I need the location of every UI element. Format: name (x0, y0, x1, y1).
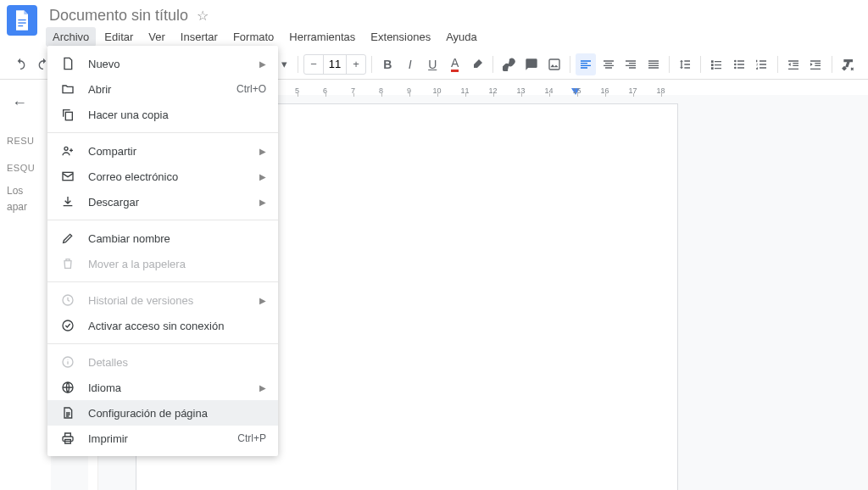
align-left-button[interactable] (576, 53, 597, 75)
menu-item-abrir[interactable]: Abrir Ctrl+O (47, 76, 278, 102)
trash-icon (59, 255, 76, 272)
offline-icon (59, 317, 76, 334)
indent-button[interactable] (805, 53, 826, 75)
sidebar-empty-text: Los apar (7, 183, 44, 215)
document-title[interactable]: Documento sin título (49, 7, 188, 25)
menu-ver[interactable]: Ver (142, 27, 172, 47)
menu-item-pagina[interactable]: Configuración de página (47, 400, 278, 426)
svg-rect-7 (65, 112, 72, 120)
archivo-menu: Nuevo ▶ Abrir Ctrl+O Hacer una copia Com… (47, 46, 278, 456)
file-icon (59, 55, 76, 72)
menu-item-renombrar[interactable]: Cambiar nombre (47, 226, 278, 251)
menu-ayuda[interactable]: Ayuda (439, 27, 484, 47)
menu-item-copia[interactable]: Hacer una copia (47, 102, 278, 127)
menu-item-idioma[interactable]: Idioma ▶ (47, 375, 278, 400)
menu-archivo[interactable]: Archivo (46, 27, 96, 47)
sidebar-outline-label: ESQU (7, 163, 44, 173)
undo-button[interactable] (10, 53, 31, 75)
menu-extensiones[interactable]: Extensiones (364, 27, 437, 47)
menubar: Archivo Editar Ver Insertar Formato Herr… (46, 26, 484, 47)
outdent-button[interactable] (783, 53, 804, 75)
bold-button[interactable]: B (377, 53, 398, 75)
submenu-arrow-icon: ▶ (259, 59, 266, 69)
menu-item-compartir[interactable]: Compartir ▶ (47, 138, 278, 164)
page-icon (59, 404, 76, 421)
numberlist-button[interactable] (751, 53, 772, 75)
submenu-arrow-icon: ▶ (259, 172, 266, 181)
svg-rect-3 (549, 59, 559, 70)
menu-formato[interactable]: Formato (226, 27, 281, 47)
svg-rect-1 (18, 22, 25, 23)
info-icon (59, 354, 76, 370)
svg-rect-2 (18, 25, 23, 26)
sidebar-summary-label: RESU (7, 136, 44, 146)
menu-herramientas[interactable]: Herramientas (282, 27, 362, 47)
highlight-button[interactable] (467, 53, 488, 75)
menu-item-offline[interactable]: Activar acceso sin conexión (47, 313, 278, 338)
bulletlist-button[interactable] (729, 53, 750, 75)
comment-button[interactable] (521, 53, 542, 75)
fontsize-minus[interactable]: − (304, 58, 323, 70)
pencil-icon (59, 230, 76, 247)
image-button[interactable] (543, 53, 565, 75)
clearformat-button[interactable] (837, 53, 859, 75)
align-right-button[interactable] (620, 53, 642, 75)
menu-item-nuevo[interactable]: Nuevo ▶ (47, 51, 278, 76)
star-icon[interactable]: ☆ (197, 8, 209, 24)
menu-item-correo[interactable]: Correo electrónico ▶ (47, 164, 278, 189)
checklist-button[interactable] (706, 53, 727, 75)
fontsize-plus[interactable]: + (347, 58, 365, 70)
download-icon (59, 193, 76, 210)
menu-item-descargar[interactable]: Descargar ▶ (47, 189, 278, 214)
submenu-arrow-icon: ▶ (259, 147, 266, 156)
outline-sidebar: ← RESU ESQU Los apar (0, 80, 51, 490)
menu-item-papelera: Mover a la papelera (47, 251, 278, 276)
print-icon (59, 430, 76, 447)
share-icon (59, 142, 76, 159)
svg-point-8 (64, 147, 68, 150)
fontsize-input[interactable] (323, 55, 347, 74)
align-justify-button[interactable] (643, 53, 664, 75)
copy-icon (59, 106, 76, 123)
link-button[interactable] (498, 53, 520, 75)
menu-item-detalles: Detalles (47, 349, 278, 375)
svg-point-6 (734, 66, 737, 69)
docs-logo[interactable] (7, 5, 37, 36)
globe-icon (59, 379, 76, 396)
underline-button[interactable]: U (422, 53, 443, 75)
svg-point-4 (734, 59, 737, 62)
submenu-arrow-icon: ▶ (259, 383, 266, 393)
menu-editar[interactable]: Editar (97, 27, 140, 47)
mail-icon (59, 168, 76, 185)
fontsize-control[interactable]: − + (303, 54, 366, 75)
app-header: Documento sin título ☆ Archivo Editar Ve… (0, 0, 868, 47)
italic-button[interactable]: I (399, 53, 420, 75)
menu-item-historial: Historial de versiones ▶ (47, 287, 278, 313)
align-center-button[interactable] (598, 53, 619, 75)
submenu-arrow-icon: ▶ (259, 296, 266, 305)
submenu-arrow-icon: ▶ (259, 198, 266, 207)
svg-point-5 (734, 63, 737, 65)
svg-point-11 (63, 320, 73, 331)
linespacing-button[interactable] (675, 53, 696, 75)
menu-item-imprimir[interactable]: Imprimir Ctrl+P (47, 426, 278, 451)
folder-icon (59, 81, 76, 97)
menu-insertar[interactable]: Insertar (174, 27, 225, 47)
textcolor-button[interactable]: A (444, 53, 465, 75)
sidebar-back-button[interactable]: ← (7, 90, 32, 115)
history-icon (59, 292, 76, 309)
svg-rect-0 (18, 19, 25, 20)
